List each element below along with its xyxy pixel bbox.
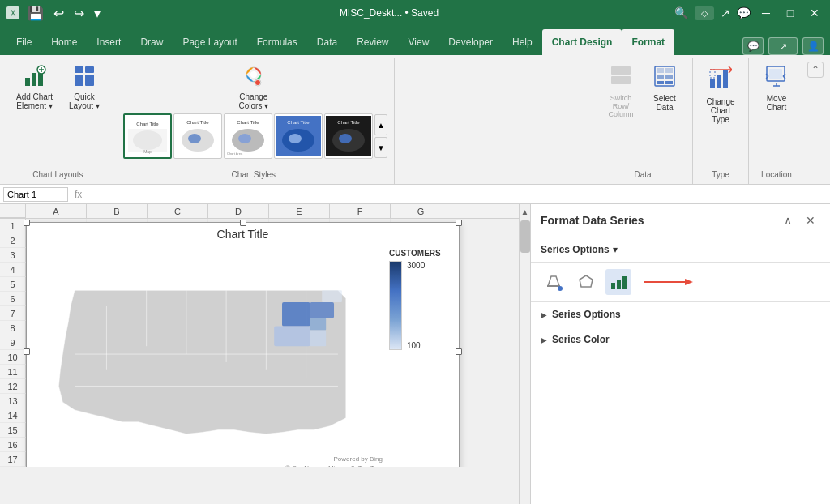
svg-text:Chart Title: Chart Title (136, 122, 159, 126)
tab-data[interactable]: Data (307, 29, 347, 55)
map-area: Powered by Bing© GeoNames, Microsoft, To… (27, 242, 386, 467)
series-color-section-title: Series Color (552, 334, 610, 345)
chart-style-4[interactable]: Chart Title (274, 113, 323, 159)
styles-scroll-up[interactable]: ▲ (374, 114, 387, 135)
close-btn[interactable]: ✕ (806, 4, 824, 22)
tab-review[interactable]: Review (347, 29, 398, 55)
ribbon-collapse-btn[interactable]: ⌃ (807, 62, 824, 78)
quick-layout-btn[interactable]: QuickLayout ▾ (62, 62, 106, 113)
svg-point-13 (255, 80, 260, 85)
ribbon-display-btn[interactable]: ◇ (695, 6, 714, 20)
series-options-section-header[interactable]: ▶ Series Options (531, 302, 830, 327)
tab-help[interactable]: Help (503, 29, 542, 55)
tab-format[interactable]: Format (622, 29, 674, 55)
formula-bar: fx (0, 185, 830, 204)
col-B[interactable]: B (87, 204, 148, 218)
svg-rect-42 (657, 75, 664, 79)
col-C[interactable]: C (148, 204, 208, 218)
series-options-icon-btn[interactable] (605, 269, 631, 295)
tab-view[interactable]: View (399, 29, 439, 55)
row-1: 1 (0, 219, 26, 233)
location-group-label: Location (755, 170, 798, 181)
svg-rect-41 (665, 68, 673, 73)
legend-title: CUSTOMERS (389, 249, 441, 258)
undo-btn[interactable]: ↩ (50, 4, 67, 23)
name-box[interactable] (3, 187, 68, 202)
chart-handle-tl[interactable] (24, 220, 30, 226)
location-group: MoveChart Location (748, 58, 804, 184)
chart-style-2[interactable]: Chart Title (173, 113, 222, 159)
chart-handle-tr[interactable] (456, 220, 462, 226)
scroll-up-btn[interactable]: ▲ (520, 204, 530, 219)
series-options-dropdown[interactable]: ▾ (613, 244, 618, 255)
sheet-and-scroll: A B C D E F G 1 (0, 204, 530, 504)
save-qa-btn[interactable]: 💾 (24, 4, 47, 23)
move-chart-btn[interactable]: MoveChart (755, 62, 798, 115)
comments-btn[interactable]: 💬 (737, 6, 751, 19)
chart-style-3[interactable]: Chart Title Chart Area (224, 113, 272, 159)
chart-style-1[interactable]: Chart Title Map (123, 113, 172, 159)
ribbon-collapse-area: ⌃ (804, 58, 827, 184)
series-color-section-header[interactable]: ▶ Series Color (531, 327, 830, 352)
title-bar-filename: MISC_Deskt... • Saved (104, 7, 674, 19)
tab-insert[interactable]: Insert (87, 29, 130, 55)
scroll-thumb[interactable] (520, 220, 530, 253)
tab-formulas[interactable]: Formulas (247, 29, 307, 55)
redo-btn[interactable]: ↪ (71, 4, 88, 23)
tab-page-layout[interactable]: Page Layout (173, 29, 246, 55)
fill-icon-btn[interactable] (541, 269, 567, 295)
chart-legend: CUSTOMERS 3000 100 (386, 242, 459, 467)
map-credits: Powered by Bing© GeoNames, Microsoft, To… (285, 455, 383, 467)
svg-rect-48 (723, 70, 728, 88)
styles-scroll-down[interactable]: ▼ (374, 137, 387, 158)
series-options-section: ▶ Series Options (531, 302, 830, 327)
change-colors-btn[interactable]: ChangeColors ▾ (233, 62, 276, 113)
search-btn[interactable]: 🔍 (674, 6, 688, 19)
comment-tab-btn[interactable]: 💬 (742, 37, 764, 55)
col-G[interactable]: G (391, 204, 451, 218)
switch-row-column-btn[interactable]: Switch Row/Column (600, 62, 642, 122)
chart-handle-mr[interactable] (456, 348, 462, 355)
change-chart-icon (709, 65, 732, 96)
panel-up-btn[interactable]: ∧ (778, 211, 798, 230)
tab-home[interactable]: Home (41, 29, 87, 55)
share-btn[interactable]: ↗ (721, 6, 730, 19)
legend-max: 3000 (407, 261, 425, 270)
share-tab-btn[interactable]: ↗ (768, 37, 798, 55)
vertical-scrollbar[interactable]: ▲ ▼ (519, 204, 530, 504)
maximize-btn[interactable]: □ (781, 4, 799, 22)
tab-draw[interactable]: Draw (130, 29, 173, 55)
col-A[interactable]: A (26, 204, 87, 218)
usa-map-svg (27, 242, 386, 467)
tab-chart-design[interactable]: Chart Design (542, 29, 622, 55)
effects-icon-btn[interactable] (573, 269, 599, 295)
change-chart-type-btn[interactable]: ChangeChart Type (700, 62, 742, 127)
person-tab-btn[interactable]: 👤 (802, 37, 824, 55)
col-D[interactable]: D (208, 204, 269, 218)
ribbon-content: Add ChartElement ▾ QuickLayout ▾ Chart L… (0, 55, 830, 185)
minimize-btn[interactable]: ─ (757, 4, 775, 22)
chart-style-5[interactable]: Chart Title (324, 113, 373, 159)
chart-handle-tc[interactable] (240, 220, 246, 226)
switch-row-icon (610, 65, 632, 92)
svg-rect-36 (611, 66, 631, 75)
tab-developer[interactable]: Developer (439, 29, 503, 55)
type-group-content: ChangeChart Type (700, 62, 742, 170)
svg-rect-47 (717, 75, 721, 88)
column-headers: A B C D E F G (0, 204, 519, 219)
svg-text:Chart Title: Chart Title (186, 120, 209, 125)
add-chart-element-btn[interactable]: Add ChartElement ▾ (10, 62, 59, 113)
col-E[interactable]: E (269, 204, 330, 218)
col-F[interactable]: F (330, 204, 391, 218)
more-qa-btn[interactable]: ▾ (91, 4, 104, 23)
svg-point-26 (238, 134, 251, 143)
title-bar: X 💾 ↩ ↪ ▾ MISC_Deskt... • Saved 🔍 ◇ ↗ 💬 … (0, 0, 830, 26)
svg-rect-0 (25, 78, 30, 86)
scroll-track[interactable] (520, 254, 530, 504)
chart-area[interactable]: Chart Title (26, 222, 460, 467)
tab-file[interactable]: File (6, 29, 41, 55)
svg-point-22 (188, 134, 201, 143)
svg-point-66 (558, 286, 563, 291)
select-data-btn[interactable]: SelectData (644, 62, 686, 115)
panel-close-btn[interactable]: ✕ (801, 211, 820, 230)
